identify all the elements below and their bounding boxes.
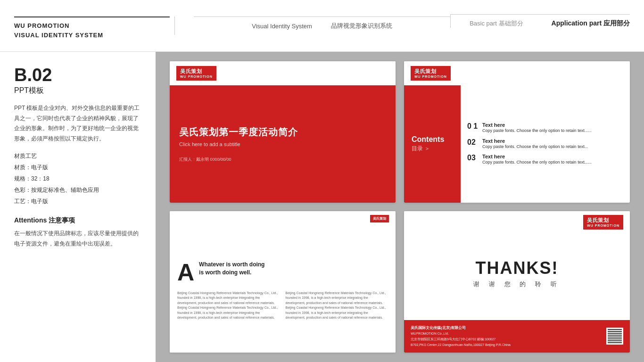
slide2-right: 0 1 Text here Copy paste fonts. Choose t… <box>461 85 630 203</box>
contents-item-2: 02 Text here Copy paste fonts. Choose th… <box>467 138 623 150</box>
slide1-author: 汇报人：戴永明 0000/00/00 <box>179 156 386 163</box>
contents-en: Contents <box>412 135 453 144</box>
contents-item-1: 0 1 Text here Copy paste fonts. Choose t… <box>467 122 623 134</box>
spec-item: 材质工艺 <box>14 150 141 162</box>
qr-code <box>606 328 623 345</box>
header-nav: Visual Identity System 品牌视觉形象识别系统 <box>194 16 450 35</box>
slide3-letter: A <box>177 261 194 284</box>
main-layout: B.02 PPT模板 PPT 模板是企业对内、对外交换信息的最重要的工具之一，它… <box>0 52 644 362</box>
spec-item: 色彩：按规定标准色、辅助色应用 <box>14 184 141 196</box>
slide4-header: 吴氏策划 WU PROMOTION <box>404 211 630 233</box>
spec-item: 材质：电子版 <box>14 162 141 173</box>
application-part-label: Application part 应用部分 <box>552 19 630 28</box>
attentions-title: Attentions 注意事项 <box>14 216 141 225</box>
slide4-thanks: 吴氏策划 WU PROMOTION THANKS! 谢 谢 您 的 聆 听 吴氏… <box>404 211 630 353</box>
section-title: PPT模板 <box>14 86 141 96</box>
sidebar: B.02 PPT模板 PPT 模板是企业对内、对外交换信息的最重要的工具之一，它… <box>0 52 156 362</box>
slide4-logo: 吴氏策划 WU PROMOTION <box>583 215 623 230</box>
header-right: Basic part 基础部分 Application part 应用部分 <box>450 14 630 28</box>
contents-item-3: 03 Text here Copy paste fonts. Choose th… <box>467 154 623 166</box>
slide4-footer: 吴氏国际文化传媒(北京)有限公司 WUPROMOTION Co.,Ltd. 北京… <box>404 320 630 353</box>
thanks-en: THANKS! <box>476 258 559 278</box>
slide2-logo: 吴氏策划 WU PROMOTION <box>411 66 451 81</box>
slide2-header: 吴氏策划 WU PROMOTION <box>404 61 630 85</box>
slide2-left: Contents 目录 ＞ <box>404 85 461 203</box>
spec-item: 规格：32：18 <box>14 173 141 184</box>
header-center: Visual Identity System 品牌视觉形象识别系统 <box>174 16 450 35</box>
vis-identity-en: Visual Identity System <box>252 23 312 30</box>
slide3-content: 吴氏策划 A Whatever is worth doing is worth … <box>170 211 396 353</box>
slide3-body: A Whatever is worth doing is worth doing… <box>170 226 396 353</box>
slide2-body: Contents 目录 ＞ 0 1 Text here Copy paste f… <box>404 85 630 203</box>
slide1-title: 吴氏策划 WU PROMOTION 吴氏策划第一季度活动简介 Click her… <box>170 61 396 203</box>
slide2-contents: 吴氏策划 WU PROMOTION Contents 目录 ＞ 0 1 Text… <box>404 61 630 203</box>
slide1-body: 吴氏策划第一季度活动简介 Click here to add a subtitl… <box>170 85 396 203</box>
thanks-cn: 谢 谢 您 的 聆 听 <box>473 280 560 288</box>
slide4-body: THANKS! 谢 谢 您 的 聆 听 <box>404 233 630 320</box>
slide3-col2: Beijing Coastal Hongneng Reference Mater… <box>286 291 388 321</box>
slide3-header: 吴氏策划 <box>170 211 396 226</box>
slide3-col1: Beijing Coastal Hongneng Reference Mater… <box>177 291 280 321</box>
slides-grid: 吴氏策划 WU PROMOTION 吴氏策划第一季度活动简介 Click her… <box>170 61 630 353</box>
slide3-logo: 吴氏策划 <box>370 215 389 222</box>
company-title: WU PROMOTION VISUAL IDENTITY SYSTEM <box>14 16 170 40</box>
basic-part-label: Basic part 基础部分 <box>470 19 523 28</box>
slide3-quote: Whatever is worth doing is worth doing w… <box>177 258 388 277</box>
header-left: WU PROMOTION VISUAL IDENTITY SYSTEM <box>14 12 170 40</box>
footer-text: 吴氏国际文化传媒(北京)有限公司 WUPROMOTION Co.,Ltd. 北京… <box>411 325 602 348</box>
contents-cn: 目录 ＞ <box>412 145 453 153</box>
slide1-header: 吴氏策划 WU PROMOTION <box>170 61 396 85</box>
slide1-logo: 吴氏策划 WU PROMOTION <box>176 66 216 81</box>
spec-list: 材质工艺 材质：电子版 规格：32：18 色彩：按规定标准色、辅助色应用 工艺：… <box>14 150 141 207</box>
section-desc: PPT 模板是企业对内、对外交换信息的最重要的工具之一，它同时也代表了企业的精神… <box>14 103 141 144</box>
content-area: 吴氏策划 WU PROMOTION 吴氏策划第一季度活动简介 Click her… <box>156 52 644 362</box>
attentions-desc: 在一般情况下使用品牌标志，应该尽量使用提供的电子资源文件，避免在重绘中出现误差。 <box>14 229 141 249</box>
spec-item: 工艺：电子版 <box>14 196 141 207</box>
slide1-subtitle: Click here to add a subtitle <box>179 141 386 147</box>
slide3-columns: Beijing Coastal Hongneng Reference Mater… <box>177 291 388 321</box>
vis-identity-cn: 品牌视觉形象识别系统 <box>331 22 392 30</box>
section-code: B.02 <box>14 66 141 84</box>
header: WU PROMOTION VISUAL IDENTITY SYSTEM Visu… <box>0 0 644 52</box>
slide1-main-title: 吴氏策划第一季度活动简介 <box>179 126 386 139</box>
